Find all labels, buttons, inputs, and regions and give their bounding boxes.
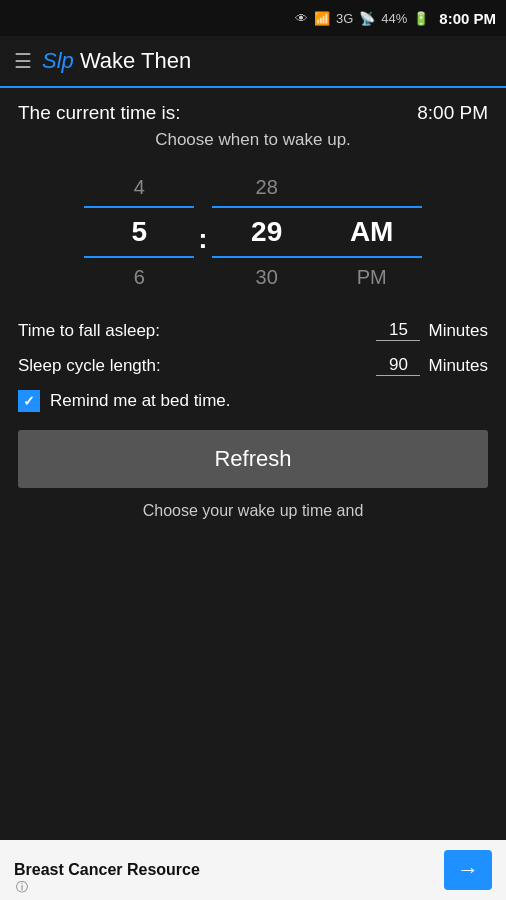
ad-info-icon: ⓘ <box>16 879 28 896</box>
sleep-cycle-row: Sleep cycle length: Minutes <box>18 355 488 376</box>
ampm-selected: AM <box>350 216 394 248</box>
remind-label: Remind me at bed time. <box>50 391 230 411</box>
ad-banner: ⓘ Breast Cancer Resource → <box>0 840 506 900</box>
fall-asleep-value-group: Minutes <box>376 320 488 341</box>
checkbox-check-icon: ✓ <box>23 393 35 409</box>
minute-picker-column[interactable]: 28 29 30 <box>212 168 322 296</box>
eye-icon: 👁 <box>295 11 308 26</box>
ad-arrow-button[interactable]: → <box>444 850 492 890</box>
signal-bars-icon: 📡 <box>359 11 375 26</box>
minute-below: 30 <box>256 258 278 296</box>
ampm-picker-column[interactable]: AM PM <box>322 168 422 296</box>
hour-selected-wrap: 5 <box>84 206 194 258</box>
sleep-cycle-input[interactable] <box>376 355 420 376</box>
app-title-wakeThen: Wake Then <box>80 48 191 73</box>
sleep-cycle-unit: Minutes <box>428 356 488 376</box>
current-time-value: 8:00 PM <box>417 102 488 124</box>
fall-asleep-row: Time to fall asleep: Minutes <box>18 320 488 341</box>
status-time: 8:00 PM <box>439 10 496 27</box>
sleep-cycle-value-group: Minutes <box>376 355 488 376</box>
ampm-selected-wrap: AM <box>322 206 422 258</box>
wifi-icon: 📶 <box>314 11 330 26</box>
fall-asleep-label: Time to fall asleep: <box>18 321 160 341</box>
hour-selected: 5 <box>132 216 148 248</box>
minute-selected: 29 <box>251 216 282 248</box>
current-time-row: The current time is: 8:00 PM <box>18 102 488 124</box>
status-bar: 👁 📶 3G 📡 44% 🔋 8:00 PM <box>0 0 506 36</box>
remind-checkbox-row: ✓ Remind me at bed time. <box>18 390 488 412</box>
ampm-below: PM <box>357 258 387 296</box>
battery-percent: 44% <box>381 11 407 26</box>
battery-icon: 🔋 <box>413 11 429 26</box>
time-picker: 4 5 6 : 28 29 30 AM PM <box>18 168 488 296</box>
menu-icon[interactable]: ☰ <box>14 49 32 73</box>
hour-above: 4 <box>134 168 145 206</box>
sleep-cycle-label: Sleep cycle length: <box>18 356 161 376</box>
signal-3g-icon: 3G <box>336 11 353 26</box>
hour-picker-column[interactable]: 4 5 6 <box>84 168 194 296</box>
minute-selected-wrap: 29 <box>212 206 322 258</box>
main-content: The current time is: 8:00 PM Choose when… <box>0 88 506 520</box>
ad-text: Breast Cancer Resource <box>14 861 200 879</box>
remind-checkbox[interactable]: ✓ <box>18 390 40 412</box>
app-title: Slp Wake Then <box>42 48 191 74</box>
current-time-label: The current time is: <box>18 102 181 124</box>
refresh-button[interactable]: Refresh <box>18 430 488 488</box>
time-separator: : <box>198 209 207 255</box>
fall-asleep-input[interactable] <box>376 320 420 341</box>
ad-arrow-icon: → <box>457 857 479 883</box>
app-bar: ☰ Slp Wake Then <box>0 36 506 88</box>
brand-slp: Slp <box>42 48 74 73</box>
subtitle: Choose when to wake up. <box>18 130 488 150</box>
hour-below: 6 <box>134 258 145 296</box>
partial-text: Choose your wake up time and <box>18 502 488 520</box>
minute-above: 28 <box>256 168 278 206</box>
fall-asleep-unit: Minutes <box>428 321 488 341</box>
